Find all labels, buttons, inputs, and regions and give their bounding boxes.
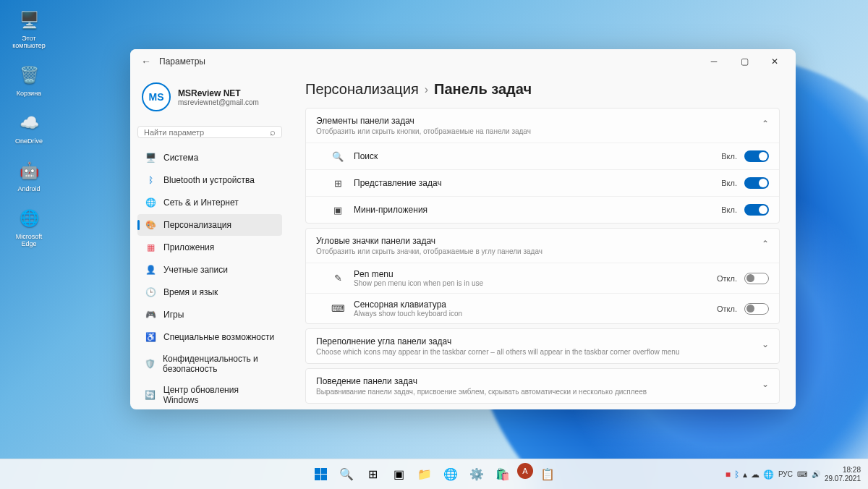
toggle-switch[interactable]: [744, 204, 769, 216]
taskbar: 🔍 ⊞ ▣ 📁 🌐 ⚙️ 🛍️ A 📋 ■ ᛒ ▴ ☁ 🌐 РУС ⌨ 🔊 18…: [0, 459, 868, 489]
section-desc: Отобразить или скрыть кнопки, отображаем…: [316, 127, 762, 135]
nav-icon: 🛡️: [145, 358, 156, 370]
section-header[interactable]: Угловые значки панели задачОтобразить ил…: [306, 229, 779, 263]
taskbar-search-icon[interactable]: 🔍: [335, 463, 358, 486]
close-button[interactable]: ✕: [760, 51, 790, 72]
section-header[interactable]: Поведение панели задачВыравнивание панел…: [306, 369, 779, 403]
row-icon: ⊞: [331, 176, 345, 190]
start-button[interactable]: [309, 463, 332, 486]
desktop-icon[interactable]: ☁️OneDrive: [7, 110, 51, 145]
network-icon[interactable]: 🌐: [763, 469, 774, 480]
edge-icon[interactable]: 🌐: [439, 463, 462, 486]
nav-item[interactable]: 🌐Сеть & и Интернет: [137, 192, 282, 213]
desktop-icon-label: Android: [17, 185, 40, 192]
section-desc: Choose which icons may appear in the tas…: [316, 348, 762, 356]
window-controls: ─ ▢ ✕: [699, 51, 790, 72]
toggle-switch[interactable]: [744, 273, 769, 284]
breadcrumb: Персонализация › Панель задач: [305, 74, 780, 108]
clock[interactable]: 18:28 29.07.2021: [825, 466, 861, 483]
section-header[interactable]: Элементы панели задачОтобразить или скры…: [306, 109, 779, 143]
nav-item[interactable]: 🕒Время и язык: [137, 281, 282, 303]
sidebar: MS MSReview NET msreviewnet@gmail.com ⌕ …: [130, 74, 289, 409]
nav-item[interactable]: ▦Приложения: [137, 237, 282, 258]
nav-label: Система: [163, 153, 198, 163]
desktop-icon-label: Этот компьютер: [7, 35, 51, 49]
desktop-icon[interactable]: 🤖Android: [7, 158, 51, 192]
desktop-icon[interactable]: 🖥️Этот компьютер: [7, 7, 51, 49]
nav-icon: 👤: [145, 264, 156, 276]
nav-label: Приложения: [163, 242, 214, 252]
profile[interactable]: MS MSReview NET msreviewnet@gmail.com: [137, 78, 282, 116]
toggle-switch[interactable]: [744, 177, 769, 189]
desktop-icon[interactable]: 🗑️Корзина: [7, 62, 51, 97]
nav-item[interactable]: 🎮Игры: [137, 304, 282, 326]
section-title: Угловые значки панели задач: [316, 236, 762, 246]
nav-item[interactable]: ᛒBluetooth и устройства: [137, 169, 282, 191]
nav-item[interactable]: 👤Учетные записи: [137, 259, 282, 281]
row-icon: 🔍: [331, 149, 345, 163]
onedrive-icon[interactable]: ☁: [751, 469, 760, 480]
task-view-icon[interactable]: ⊞: [361, 463, 384, 486]
widgets-icon[interactable]: ▣: [387, 463, 410, 486]
desktop-icon-glyph: 🖥️: [16, 7, 42, 33]
keyboard-icon[interactable]: ⌨: [797, 470, 807, 478]
row-label: Представление задач: [354, 178, 721, 188]
breadcrumb-parent[interactable]: Персонализация: [305, 81, 419, 98]
section-title: Поведение панели задач: [316, 376, 762, 386]
desktop-icon-glyph: 🗑️: [16, 62, 42, 88]
desktop-icon-label: OneDrive: [15, 137, 43, 145]
explorer-icon[interactable]: 📁: [413, 463, 436, 486]
search-box[interactable]: ⌕: [137, 126, 282, 138]
taskbar-center: 🔍 ⊞ ▣ 📁 🌐 ⚙️ 🛍️ A 📋: [309, 463, 559, 486]
nav-label: Учетные записи: [163, 265, 228, 275]
tray-icons[interactable]: ■ ᛒ ▴ ☁ 🌐: [726, 469, 774, 480]
row-icon: ⌨: [331, 302, 345, 316]
nav-item[interactable]: ♿Специальные возможности: [137, 326, 282, 348]
maximize-button[interactable]: ▢: [729, 51, 760, 72]
search-input[interactable]: [144, 128, 270, 137]
nav-icon: ᛒ: [145, 174, 156, 186]
row-sublabel: Always show touch keyboard icon: [354, 310, 717, 318]
app2-icon[interactable]: 📋: [536, 463, 559, 486]
section-title: Переполнение угла панели задач: [316, 336, 762, 346]
tray-icon[interactable]: ▴: [743, 469, 747, 480]
nav-item[interactable]: 🎨Персонализация: [137, 214, 282, 236]
nav-icon: 🔄: [145, 389, 156, 401]
desktop-icon-label: Корзина: [17, 90, 41, 97]
app1-icon[interactable]: A: [517, 463, 533, 479]
search-icon: ⌕: [270, 127, 276, 137]
volume-icon[interactable]: 🔊: [812, 470, 820, 478]
settings-window: ← Параметры ─ ▢ ✕ MS MSReview NET msrevi…: [130, 49, 796, 409]
nav-label: Центр обновления Windows: [163, 385, 275, 405]
desktop-icon-glyph: 🤖: [16, 158, 42, 184]
toggle-state: Вкл.: [721, 205, 737, 214]
system-tray[interactable]: ■ ᛒ ▴ ☁ 🌐 РУС ⌨ 🔊 18:28 29.07.2021: [726, 466, 868, 483]
avatar: MS: [142, 82, 171, 111]
breadcrumb-current: Панель задач: [434, 81, 532, 98]
back-button[interactable]: ←: [136, 51, 156, 72]
bluetooth-icon[interactable]: ᛒ: [734, 469, 739, 480]
desktop-icon-glyph: ☁️: [16, 110, 42, 136]
nav-icon: 🖥️: [145, 152, 156, 163]
lang-indicator[interactable]: РУС: [778, 470, 793, 478]
nav-item[interactable]: 🛡️Конфиденциальность и безопасность: [137, 349, 282, 379]
nav-label: Игры: [163, 310, 184, 320]
settings-icon[interactable]: ⚙️: [465, 463, 488, 486]
section-header[interactable]: Переполнение угла панели задачChoose whi…: [306, 329, 779, 363]
nav-icon: 🎨: [145, 219, 156, 231]
nav-item[interactable]: 🖥️Система: [137, 147, 282, 169]
chevron-right-icon: ›: [425, 83, 428, 96]
nav-item[interactable]: 🔄Центр обновления Windows: [137, 380, 282, 409]
section-desc: Отобразить или скрыть значки, отображаем…: [316, 247, 762, 255]
toggle-switch[interactable]: [744, 150, 769, 162]
nav-icon: 🌐: [145, 197, 156, 208]
toggle-switch[interactable]: [744, 303, 769, 315]
minimize-button[interactable]: ─: [699, 51, 729, 72]
store-icon[interactable]: 🛍️: [491, 463, 514, 486]
tray-icon[interactable]: ■: [726, 469, 731, 480]
row-icon: ▣: [331, 203, 345, 217]
profile-name: MSReview NET: [178, 88, 259, 98]
settings-section: Переполнение угла панели задачChoose whi…: [305, 328, 780, 364]
desktop-icon[interactable]: 🌐Microsoft Edge: [7, 205, 51, 247]
nav-icon: ▦: [145, 242, 156, 253]
